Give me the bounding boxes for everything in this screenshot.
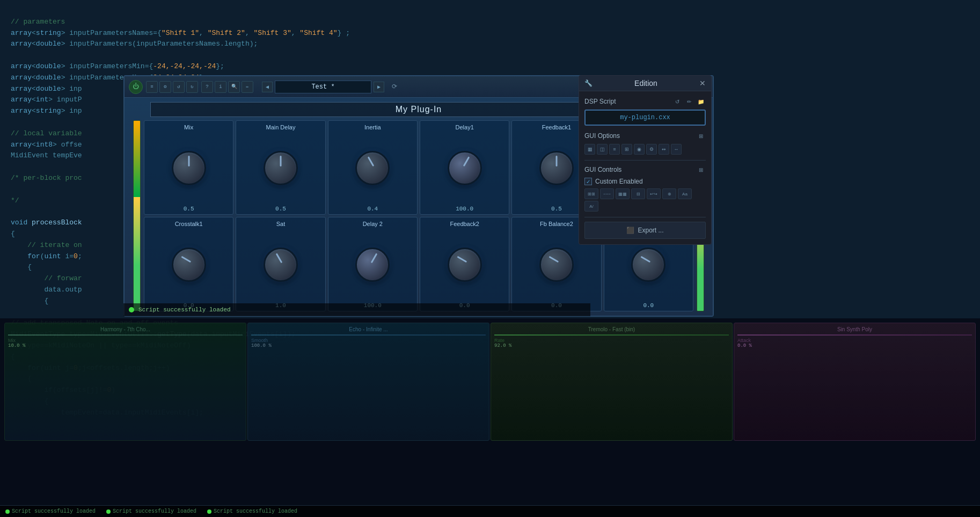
knob-delay2[interactable]: Delay 2 100.0 (328, 217, 418, 311)
sync-icon[interactable]: ⟳ (392, 83, 397, 91)
knob-inertia-label: Inertia (364, 124, 381, 130)
knob-delay1-value: 100.0 (456, 206, 473, 212)
export-button[interactable]: ⬛ Export ... (584, 222, 706, 239)
ctrl-grid-icon[interactable]: ⊞⊞ (584, 188, 598, 199)
dsp-script-label: DSP Script (584, 98, 616, 105)
gui-resize-icon[interactable]: ↔ (671, 144, 682, 155)
export-icon: ⬛ (626, 227, 634, 234)
knob-delay1-label: Delay1 (456, 124, 474, 130)
ctrl-text-icon[interactable]: Aa (678, 188, 692, 199)
info-icon[interactable]: i (215, 81, 226, 93)
wrench-icon: 🔧 (584, 79, 593, 87)
ctrl-arrows-icon[interactable]: ↩↪ (647, 188, 661, 199)
dsp-script-filename[interactable]: my-plugin.cxx (584, 110, 706, 126)
toolbar-icons-2: ? i 🔍 ✏ (201, 81, 253, 93)
menu-icon[interactable]: ≡ (146, 81, 158, 93)
daw-track-4: Sin Synth Poly Attack 0.0 % (734, 323, 976, 441)
divider-2 (584, 217, 706, 217)
knob-mix[interactable]: Mix 0.5 (144, 120, 233, 215)
ctrl-blocks-icon[interactable]: ▦▦ (616, 188, 630, 199)
knob-feedback1-label: Feedback1 (542, 124, 571, 130)
bottom-status-row: Script successfully loaded Script succes… (0, 505, 980, 517)
daw-track-1-label: Harmony - 7th Cho... (8, 326, 243, 332)
dsp-folder-button[interactable]: 📁 (696, 97, 706, 106)
knob-sat-widget[interactable] (264, 247, 298, 282)
daw-track-4-label: Sin Synth Poly (737, 326, 972, 332)
knob-mix-label: Mix (184, 124, 193, 130)
next-preset-button[interactable]: ▶ (374, 82, 384, 92)
daw-track-3-label: Tremolo - Fast (bin) (494, 326, 729, 332)
daw-track-1: Harmony - 7th Cho... Mix 10.0 % (4, 323, 246, 441)
knob-delay2-widget[interactable] (355, 247, 390, 282)
edition-body: DSP Script ↺ ✏ 📁 my-plugin.cxx GUI Optio… (579, 91, 711, 244)
gui-grid-icon[interactable]: ▦ (584, 144, 595, 155)
ctrl-wave-icon[interactable]: ~~~ (600, 188, 614, 199)
knob-main-delay-value: 0.5 (275, 206, 286, 212)
bottom-status-dot-3 (207, 509, 211, 514)
gui-controls-section-header: GUI Controls ⊞ (584, 165, 706, 174)
prev-preset-button[interactable]: ◀ (262, 82, 273, 92)
bottom-status-3: Script successfully loaded (207, 508, 297, 514)
gui-layout-icon[interactable]: ◫ (597, 144, 608, 155)
knob-feedback1-widget[interactable] (539, 151, 574, 185)
knob-delay2-label: Delay 2 (363, 221, 383, 227)
knob-fb-balance2-label: Fb Balance2 (540, 221, 573, 227)
redo-icon[interactable]: ↻ (186, 81, 198, 93)
knob-sat[interactable]: Sat 1.0 (236, 217, 325, 311)
ctrl-minus-icon[interactable]: ⊟ (631, 188, 645, 199)
gui-options-expand-button[interactable]: ⊞ (696, 131, 706, 141)
gui-controls-expand-button[interactable]: ⊞ (696, 165, 706, 174)
knob-crosstalk1[interactable]: Crosstalk1 0.0 (144, 217, 233, 311)
gui-gear-icon[interactable]: ⚙ (646, 144, 657, 155)
knob-sat-label: Sat (276, 221, 286, 227)
knob-crosstalk2-widget[interactable] (631, 247, 665, 282)
knob-feedback2[interactable]: Feedback2 0.0 (420, 217, 509, 311)
ctrl-font-icon[interactable]: A/ (584, 201, 598, 212)
knob-crosstalk2-value: 0.0 (643, 302, 654, 309)
custom-enabled-checkbox[interactable] (584, 178, 592, 185)
knob-inertia[interactable]: Inertia 0.4 (328, 120, 418, 215)
dsp-refresh-button[interactable]: ↺ (672, 97, 682, 106)
edit-icon[interactable]: ✏ (242, 81, 253, 93)
toolbar-icons: ≡ ⚙ ↺ ↻ (146, 81, 198, 93)
gui-circle-icon[interactable]: ◉ (634, 144, 645, 155)
gui-options-label: GUI Options (584, 132, 620, 140)
undo-icon[interactable]: ↺ (173, 81, 185, 93)
knob-delay1[interactable]: Delay1 100.0 (420, 120, 509, 215)
knob-mix-widget[interactable] (172, 151, 206, 185)
bottom-status-text-2: Script successfully loaded (113, 508, 196, 514)
knob-crosstalk1-widget[interactable] (172, 247, 206, 282)
knob-main-delay[interactable]: Main Delay 0.5 (236, 120, 325, 215)
custom-enabled-row: Custom Enabled (584, 178, 706, 185)
bottom-status-text-3: Script successfully loaded (214, 508, 297, 514)
edition-close-button[interactable]: ✕ (699, 79, 706, 88)
knob-main-delay-widget[interactable] (264, 151, 298, 185)
knob-fb-balance2-widget[interactable] (539, 247, 574, 282)
dsp-script-icons: ↺ ✏ 📁 (672, 97, 706, 106)
preset-name[interactable]: Test * (275, 81, 371, 93)
settings-icon[interactable]: ⚙ (159, 81, 171, 93)
knob-feedback2-widget[interactable] (448, 247, 482, 282)
knob-inertia-value: 0.4 (367, 206, 378, 212)
knob-delay1-widget[interactable] (448, 151, 482, 185)
preset-navigator: ◀ Test * ▶ (262, 81, 384, 93)
power-button[interactable]: ⏻ (129, 80, 143, 94)
vu-meter-fill-left (134, 197, 140, 311)
gui-expand-icon[interactable]: ⊞ (621, 144, 632, 155)
knob-feedback2-label: Feedback2 (450, 221, 479, 227)
gui-list-icon[interactable]: ≡ (609, 144, 620, 155)
edition-header: 🔧 Edition ✕ (579, 76, 711, 91)
divider-1 (584, 160, 706, 161)
help-icon[interactable]: ? (201, 81, 213, 93)
search-icon[interactable]: 🔍 (228, 81, 240, 93)
dsp-edit-button[interactable]: ✏ (684, 97, 694, 106)
gui-arrows-icon[interactable]: ↭ (659, 144, 669, 155)
knob-feedback1-value: 0.5 (551, 206, 562, 212)
daw-area: Harmony - 7th Cho... Mix 10.0 % Echo - I… (0, 318, 980, 517)
knob-crosstalk1-label: Crosstalk1 (175, 221, 203, 227)
export-label: Export ... (638, 227, 663, 234)
bottom-status-text-1: Script successfully loaded (12, 508, 96, 514)
ctrl-plus-icon[interactable]: ⊕ (662, 188, 676, 199)
daw-track-3: Tremolo - Fast (bin) Rate 92.0 % (491, 323, 733, 441)
knob-inertia-widget[interactable] (355, 151, 390, 185)
